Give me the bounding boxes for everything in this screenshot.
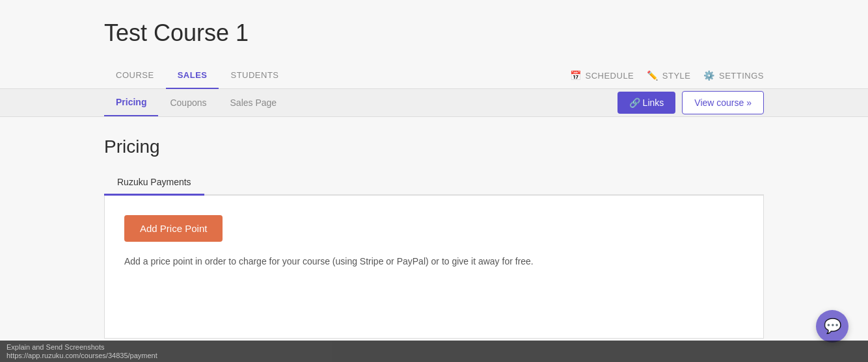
nav-item-course[interactable]: COURSE [104, 62, 166, 89]
sub-nav-item-coupons[interactable]: Coupons [158, 90, 218, 116]
bottom-bar: Explain and Send Screenshots https://app… [0, 341, 868, 362]
bottom-bar-line2: https://app.ruzuku.com/courses/34835/pay… [7, 352, 861, 359]
ruzuku-payments-tab[interactable]: Ruzuku Payments [104, 170, 204, 196]
nav-item-students[interactable]: STUDENTS [219, 62, 290, 89]
main-nav-right: 📅 SCHEDULE ✏️ STYLE ⚙️ SETTINGS [570, 70, 764, 81]
main-nav-left: COURSE SALES STUDENTS [104, 62, 291, 88]
description-text: Add a price point in order to charge for… [124, 255, 744, 268]
gear-icon: ⚙️ [703, 70, 715, 81]
course-title: Test Course 1 [0, 19, 868, 47]
style-action[interactable]: ✏️ STYLE [647, 70, 690, 81]
view-course-button[interactable]: View course » [682, 91, 764, 114]
calendar-icon: 📅 [570, 70, 582, 81]
sub-nav-left: Pricing Coupons Sales Page [104, 89, 288, 116]
sub-nav-item-sales-page[interactable]: Sales Page [219, 90, 289, 116]
pencil-icon: ✏️ [647, 70, 658, 81]
schedule-label: SCHEDULE [586, 71, 634, 81]
bottom-bar-line1: Explain and Send Screenshots [7, 343, 861, 351]
settings-action[interactable]: ⚙️ SETTINGS [703, 70, 764, 81]
schedule-action[interactable]: 📅 SCHEDULE [570, 70, 634, 81]
main-nav: COURSE SALES STUDENTS 📅 SCHEDULE ✏️ STYL… [0, 62, 868, 89]
chat-button[interactable]: 💬 [816, 310, 848, 343]
payment-box: Add Price Point Add a price point in ord… [104, 196, 764, 339]
payment-tabs: Ruzuku Payments [104, 170, 764, 196]
settings-label: SETTINGS [719, 71, 764, 81]
nav-item-sales[interactable]: SALES [166, 62, 219, 89]
chat-icon: 💬 [824, 318, 841, 335]
sub-nav: Pricing Coupons Sales Page 🔗 Links View … [0, 89, 868, 117]
sub-nav-item-pricing[interactable]: Pricing [104, 89, 158, 116]
page-title: Pricing [104, 136, 764, 157]
links-button[interactable]: 🔗 Links [617, 92, 676, 114]
sub-nav-right: 🔗 Links View course » [617, 91, 764, 114]
add-price-point-button[interactable]: Add Price Point [124, 215, 223, 242]
main-content: Pricing Ruzuku Payments Add Price Point … [0, 117, 868, 358]
style-label: STYLE [662, 71, 691, 81]
